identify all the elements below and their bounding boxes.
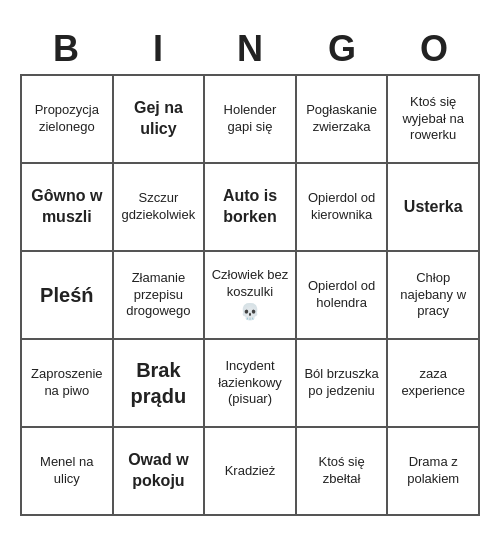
- bingo-cell-21[interactable]: Owad w pokoju: [114, 428, 206, 516]
- bingo-cell-1[interactable]: Gej na ulicy: [114, 76, 206, 164]
- skull-icon: 💀: [210, 302, 290, 323]
- cell-text-8: Opierdol od kierownika: [302, 190, 382, 224]
- header-letter-i: I: [114, 28, 202, 70]
- bingo-cell-4[interactable]: Ktoś się wyjebał na rowerku: [388, 76, 480, 164]
- bingo-cell-11[interactable]: Złamanie przepisu drogowego: [114, 252, 206, 340]
- bingo-cell-5[interactable]: Gôwno w muszli: [22, 164, 114, 252]
- bingo-cell-19[interactable]: zaza experience: [388, 340, 480, 428]
- bingo-cell-16[interactable]: Brak prądu: [114, 340, 206, 428]
- cell-text-22: Kradzież: [225, 463, 276, 480]
- cell-text-21: Owad w pokoju: [119, 450, 199, 492]
- cell-text-6: Szczur gdziekolwiek: [119, 190, 199, 224]
- bingo-cell-17[interactable]: Incydent łazienkowy (pisuar): [205, 340, 297, 428]
- bingo-cell-10[interactable]: Pleśń: [22, 252, 114, 340]
- bingo-cell-24[interactable]: Drama z polakiem: [388, 428, 480, 516]
- bingo-cell-12[interactable]: Człowiek bez koszulki💀: [205, 252, 297, 340]
- cell-text-23: Ktoś się zbełtał: [302, 454, 382, 488]
- header-letter-n: N: [206, 28, 294, 70]
- cell-text-14: Chłop najebany w pracy: [393, 270, 473, 321]
- bingo-cell-2[interactable]: Holender gapi się: [205, 76, 297, 164]
- cell-text-7: Auto is borken: [210, 186, 290, 228]
- bingo-cell-6[interactable]: Szczur gdziekolwiek: [114, 164, 206, 252]
- header-letter-o: O: [390, 28, 478, 70]
- cell-text-17: Incydent łazienkowy (pisuar): [210, 358, 290, 409]
- bingo-cell-15[interactable]: Zaproszenie na piwo: [22, 340, 114, 428]
- cell-text-15: Zaproszenie na piwo: [27, 366, 107, 400]
- cell-text-16: Brak prądu: [119, 357, 199, 409]
- cell-text-4: Ktoś się wyjebał na rowerku: [393, 94, 473, 145]
- header-letter-g: G: [298, 28, 386, 70]
- bingo-cell-7[interactable]: Auto is borken: [205, 164, 297, 252]
- bingo-cell-13[interactable]: Opierdol od holendra: [297, 252, 389, 340]
- cell-text-11: Złamanie przepisu drogowego: [119, 270, 199, 321]
- bingo-header: BINGO: [20, 28, 480, 70]
- bingo-cell-22[interactable]: Kradzież: [205, 428, 297, 516]
- bingo-cell-3[interactable]: Pogłaskanie zwierzaka: [297, 76, 389, 164]
- cell-text-9: Usterka: [404, 197, 463, 218]
- cell-text-12: Człowiek bez koszulki💀: [210, 267, 290, 324]
- cell-text-20: Menel na ulicy: [27, 454, 107, 488]
- cell-text-24: Drama z polakiem: [393, 454, 473, 488]
- bingo-cell-0[interactable]: Propozycja zielonego: [22, 76, 114, 164]
- bingo-card: BINGO Propozycja zielonegoGej na ulicyHo…: [10, 18, 490, 526]
- bingo-cell-18[interactable]: Ból brzuszka po jedzeniu: [297, 340, 389, 428]
- bingo-cell-20[interactable]: Menel na ulicy: [22, 428, 114, 516]
- header-letter-b: B: [22, 28, 110, 70]
- cell-text-13: Opierdol od holendra: [302, 278, 382, 312]
- cell-text-0: Propozycja zielonego: [27, 102, 107, 136]
- cell-text-19: zaza experience: [393, 366, 473, 400]
- bingo-cell-23[interactable]: Ktoś się zbełtał: [297, 428, 389, 516]
- bingo-grid: Propozycja zielonegoGej na ulicyHolender…: [20, 74, 480, 516]
- cell-text-5: Gôwno w muszli: [27, 186, 107, 228]
- cell-text-10: Pleśń: [40, 282, 93, 308]
- cell-text-18: Ból brzuszka po jedzeniu: [302, 366, 382, 400]
- bingo-cell-8[interactable]: Opierdol od kierownika: [297, 164, 389, 252]
- cell-text-2: Holender gapi się: [210, 102, 290, 136]
- cell-text-1: Gej na ulicy: [119, 98, 199, 140]
- bingo-cell-14[interactable]: Chłop najebany w pracy: [388, 252, 480, 340]
- bingo-cell-9[interactable]: Usterka: [388, 164, 480, 252]
- cell-text-3: Pogłaskanie zwierzaka: [302, 102, 382, 136]
